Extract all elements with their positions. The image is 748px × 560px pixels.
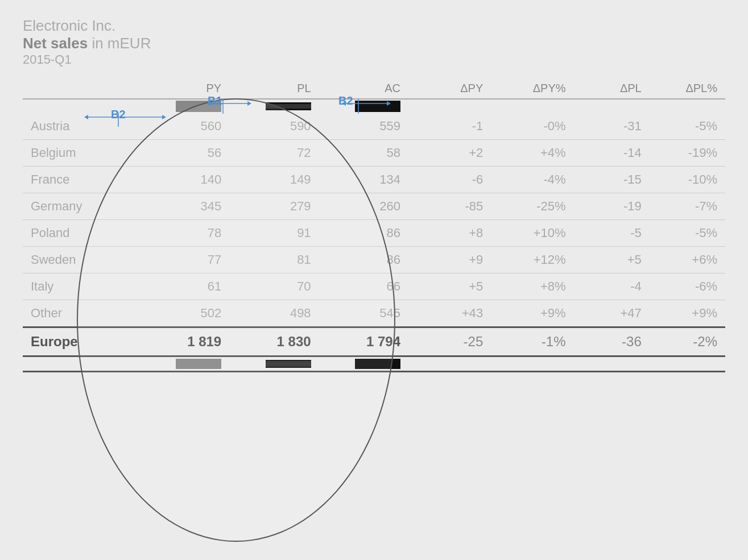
table-row: Poland789186+8+10%-5-5% — [23, 220, 725, 247]
report-period: 2015-Q1 — [23, 52, 725, 67]
col-header-ac: AC — [319, 78, 408, 99]
row-dpy-pct: +4% — [491, 140, 573, 167]
col-header-dpy-pct: ΔPY% — [491, 78, 573, 99]
row-ac: 134 — [319, 167, 408, 193]
page-container: Electronic Inc. Net sales in mEUR 2015-Q… — [0, 0, 748, 560]
row-dpy-pct: -4% — [491, 167, 573, 193]
footer-py: 1 819 — [140, 327, 229, 356]
title-bold: Net sales — [23, 35, 88, 52]
header-row: PY PL AC ΔPY ΔPY% ΔPL ΔPL% — [23, 78, 725, 99]
report-title: Net sales in mEUR — [23, 35, 725, 52]
row-dpy: +5 — [408, 273, 491, 300]
row-dpl: +47 — [574, 300, 650, 327]
row-dpy: +9 — [408, 247, 491, 273]
table-row: Austria560590559-1-0%-31-5% — [23, 113, 725, 140]
row-label: Poland — [23, 220, 140, 247]
row-ac: 86 — [319, 247, 408, 273]
row-dpl: -5 — [574, 220, 650, 247]
row-dpl-pct: -7% — [650, 193, 725, 220]
row-py: 560 — [140, 113, 229, 140]
row-pl: 70 — [229, 273, 319, 300]
row-label: Italy — [23, 273, 140, 300]
row-dpl: -14 — [574, 140, 650, 167]
row-py: 77 — [140, 247, 229, 273]
footer-bar-py — [176, 359, 221, 369]
data-table: PY PL AC ΔPY ΔPY% ΔPL ΔPL% — [23, 78, 725, 372]
row-dpl: -4 — [574, 273, 650, 300]
footer-bar-ac — [355, 359, 400, 369]
row-dpy: -1 — [408, 113, 491, 140]
table-row: Italy617066+5+8%-4-6% — [23, 273, 725, 300]
row-dpl: +5 — [574, 247, 650, 273]
row-dpy-pct: +8% — [491, 273, 573, 300]
footer-bar-row — [23, 356, 725, 372]
col-header-label — [23, 78, 140, 99]
bar-header-row — [23, 99, 725, 113]
footer-bar-py-cell — [140, 356, 229, 372]
table-row: Belgium567258+2+4%-14-19% — [23, 140, 725, 167]
row-ac: 66 — [319, 273, 408, 300]
row-dpl: -15 — [574, 167, 650, 193]
table-row: France140149134-6-4%-15-10% — [23, 167, 725, 193]
footer-bar-pl-cell — [229, 356, 319, 372]
table-row: Sweden778186+9+12%+5+6% — [23, 247, 725, 273]
bar-pl-cell — [229, 99, 319, 113]
footer-row: Europe 1 819 1 830 1 794 -25 -1% -36 -2% — [23, 327, 725, 356]
footer-ac: 1 794 — [319, 327, 408, 356]
bar-empty-1 — [408, 99, 491, 113]
row-dpy-pct: +12% — [491, 247, 573, 273]
bar-empty-4 — [650, 99, 725, 113]
title-suffix: in mEUR — [88, 35, 151, 52]
row-pl: 590 — [229, 113, 319, 140]
row-pl: 149 — [229, 167, 319, 193]
row-label: Germany — [23, 193, 140, 220]
row-dpy: -6 — [408, 167, 491, 193]
row-label: Belgium — [23, 140, 140, 167]
row-py: 345 — [140, 193, 229, 220]
row-py: 502 — [140, 300, 229, 327]
row-pl: 279 — [229, 193, 319, 220]
table-container: B2 B1 B2 — [23, 78, 725, 372]
row-dpl: -31 — [574, 113, 650, 140]
row-ac: 86 — [319, 220, 408, 247]
row-py: 56 — [140, 140, 229, 167]
row-ac: 545 — [319, 300, 408, 327]
footer-bar-ac-cell — [319, 356, 408, 372]
row-label: Other — [23, 300, 140, 327]
bar-ac-cell — [319, 99, 408, 113]
b1-label: B1 — [208, 94, 222, 107]
row-dpy-pct: +10% — [491, 220, 573, 247]
footer-dpy-pct: -1% — [491, 327, 573, 356]
row-label: France — [23, 167, 140, 193]
table-row: Germany345279260-85-25%-19-7% — [23, 193, 725, 220]
row-ac: 260 — [319, 193, 408, 220]
footer-pl: 1 830 — [229, 327, 319, 356]
b2-right-label: B2 — [338, 94, 353, 107]
col-header-dpl-pct: ΔPL% — [650, 78, 725, 99]
row-ac: 58 — [319, 140, 408, 167]
row-dpy: +43 — [408, 300, 491, 327]
row-dpl-pct: -6% — [650, 273, 725, 300]
row-py: 61 — [140, 273, 229, 300]
table-body: Austria560590559-1-0%-31-5%Belgium567258… — [23, 113, 725, 327]
header: Electronic Inc. Net sales in mEUR 2015-Q… — [23, 17, 725, 67]
row-dpy-pct: -25% — [491, 193, 573, 220]
row-dpy: +8 — [408, 220, 491, 247]
col-header-dpy: ΔPY — [408, 78, 491, 99]
row-dpy: +2 — [408, 140, 491, 167]
footer-bar-empty — [408, 356, 725, 372]
table-row: Other502498545+43+9%+47+9% — [23, 300, 725, 327]
b2-left-label: B2 — [111, 108, 126, 121]
company-name: Electronic Inc. — [23, 17, 725, 35]
footer-bar-pl — [266, 360, 311, 368]
row-pl: 72 — [229, 140, 319, 167]
row-py: 140 — [140, 167, 229, 193]
row-label: Sweden — [23, 247, 140, 273]
bar-empty-3 — [574, 99, 650, 113]
row-pl: 81 — [229, 247, 319, 273]
footer-dpl: -36 — [574, 327, 650, 356]
col-header-pl: PL — [229, 78, 319, 99]
row-pl: 91 — [229, 220, 319, 247]
bar-pl — [266, 102, 311, 110]
row-dpy: -85 — [408, 193, 491, 220]
